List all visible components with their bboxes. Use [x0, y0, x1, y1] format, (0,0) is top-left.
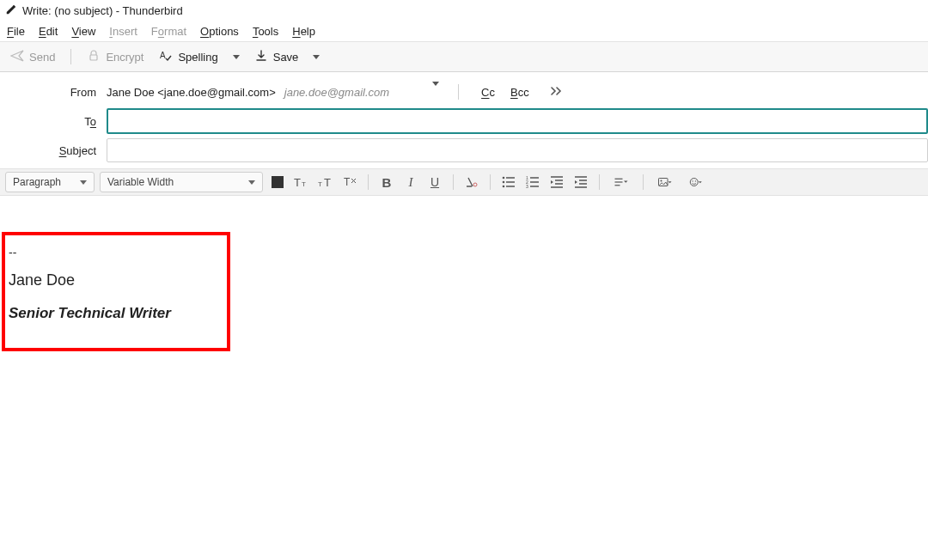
indent-button[interactable]: [571, 173, 590, 192]
menu-help[interactable]: Help: [292, 25, 315, 38]
numbered-list-button[interactable]: 123: [523, 173, 542, 192]
svg-text:T: T: [318, 180, 322, 188]
lock-icon: [87, 49, 101, 65]
svg-text:A: A: [160, 51, 166, 60]
spelling-label: Spelling: [178, 51, 217, 64]
svg-text:3: 3: [526, 184, 528, 189]
insert-image-button[interactable]: [652, 173, 678, 192]
to-row: To: [0, 107, 928, 136]
toolbar-separator: [70, 49, 71, 64]
send-label: Send: [29, 51, 55, 64]
encrypt-label: Encrypt: [106, 51, 143, 64]
separator: [643, 174, 644, 190]
underline-button[interactable]: U: [425, 173, 444, 192]
svg-point-9: [473, 183, 477, 186]
subject-row: Subject: [0, 136, 928, 165]
identity-value[interactable]: jane.doe@gmail.com: [284, 86, 389, 99]
remove-styling-button[interactable]: [462, 173, 481, 192]
svg-point-37: [695, 180, 696, 181]
spelling-dropdown[interactable]: [230, 55, 242, 59]
svg-point-11: [503, 181, 505, 184]
pencil-icon: [5, 3, 17, 18]
svg-point-34: [661, 180, 662, 182]
svg-point-10: [503, 177, 505, 180]
svg-point-12: [503, 186, 505, 188]
decrease-size-button[interactable]: TT: [316, 173, 335, 192]
message-body[interactable]: -- Jane Doe Senior Technical Writer: [0, 196, 928, 560]
menu-view[interactable]: View: [71, 25, 95, 38]
separator: [458, 84, 459, 100]
align-button[interactable]: [608, 173, 634, 192]
separator: [368, 174, 369, 190]
svg-rect-0: [90, 55, 97, 60]
spelling-button[interactable]: A Spelling: [156, 47, 221, 67]
svg-text:T: T: [344, 176, 351, 188]
primary-toolbar: Send Encrypt A Spelling Save: [0, 41, 928, 72]
save-label: Save: [273, 51, 299, 64]
send-icon: [10, 49, 24, 65]
svg-point-35: [690, 179, 698, 186]
svg-text:T: T: [302, 180, 306, 188]
menu-options[interactable]: Options: [200, 25, 239, 38]
from-value: Jane Doe <jane.doe@gmail.com>: [107, 86, 276, 99]
clear-format-button[interactable]: T: [340, 173, 359, 192]
save-dropdown[interactable]: [310, 55, 322, 59]
encrypt-button[interactable]: Encrypt: [83, 47, 147, 67]
signature-separator: --: [9, 246, 222, 259]
to-input[interactable]: [107, 108, 928, 134]
to-label: To: [0, 115, 107, 128]
block-style-value: Paragraph: [13, 176, 61, 188]
signature-title: Senior Technical Writer: [9, 305, 222, 322]
signature-highlight: -- Jane Doe Senior Technical Writer: [2, 232, 230, 351]
subject-input[interactable]: [107, 138, 928, 162]
cc-button[interactable]: Cc: [478, 86, 498, 99]
signature-name: Jane Doe: [9, 271, 222, 289]
block-style-select[interactable]: Paragraph: [5, 172, 95, 192]
separator: [453, 174, 454, 190]
outdent-button[interactable]: [547, 173, 566, 192]
save-button[interactable]: Save: [251, 47, 302, 67]
menu-tools[interactable]: Tools: [253, 25, 278, 38]
separator: [490, 174, 491, 190]
send-button[interactable]: Send: [7, 47, 58, 67]
subject-label: Subject: [0, 144, 107, 157]
increase-size-button[interactable]: TT: [292, 173, 311, 192]
more-recipients-button[interactable]: [550, 86, 564, 99]
from-label: From: [0, 86, 107, 99]
font-family-value: Variable Width: [107, 176, 174, 188]
format-toolbar: Paragraph Variable Width TT TT T B I U 1…: [0, 168, 928, 196]
window-title: Write: (no subject) - Thunderbird: [22, 4, 183, 17]
text-color-button[interactable]: [268, 173, 287, 192]
svg-text:T: T: [294, 176, 301, 189]
address-header: From Jane Doe <jane.doe@gmail.com> jane.…: [0, 72, 928, 165]
separator: [599, 174, 600, 190]
spellcheck-icon: A: [159, 49, 173, 65]
bcc-button[interactable]: Bcc: [507, 86, 533, 99]
title-bar: Write: (no subject) - Thunderbird: [0, 0, 928, 21]
emoji-button[interactable]: [683, 173, 709, 192]
identity-dropdown[interactable]: [432, 86, 439, 99]
font-family-select[interactable]: Variable Width: [100, 172, 263, 192]
bullet-list-button[interactable]: [499, 173, 518, 192]
menu-bar: File Edit View Insert Format Options Too…: [0, 21, 928, 41]
menu-edit[interactable]: Edit: [39, 25, 58, 38]
italic-button[interactable]: I: [401, 173, 420, 192]
menu-format[interactable]: Format: [151, 25, 186, 38]
bold-button[interactable]: B: [377, 173, 396, 192]
svg-point-36: [692, 180, 693, 181]
from-row: From Jane Doe <jane.doe@gmail.com> jane.…: [0, 77, 928, 107]
menu-insert[interactable]: Insert: [109, 25, 137, 38]
download-icon: [254, 49, 268, 65]
svg-text:T: T: [324, 176, 331, 189]
menu-file[interactable]: File: [7, 25, 25, 38]
